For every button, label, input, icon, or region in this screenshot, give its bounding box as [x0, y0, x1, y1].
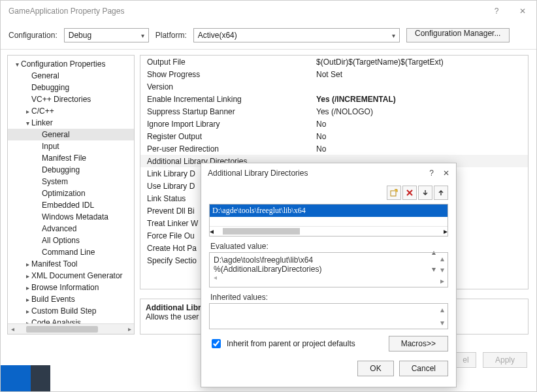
tree-node[interactable]: ▸Manifest Tool: [8, 258, 134, 270]
chevron-right-icon[interactable]: ▸: [24, 284, 31, 291]
scroll-right-icon[interactable]: ▸: [444, 227, 448, 236]
chevron-right-icon[interactable]: ▸: [24, 108, 31, 115]
property-row[interactable]: Output File$(OutDir)$(TargetName)$(Targe…: [140, 56, 528, 68]
dialog-help-icon[interactable]: ?: [429, 169, 434, 178]
tree-node-label: Manifest Tool: [31, 259, 77, 269]
tree-node[interactable]: VC++ Directories: [8, 93, 134, 105]
tree-node[interactable]: ▸Browse Information: [8, 282, 134, 293]
property-name: Output File: [140, 57, 314, 67]
ok-button-label: OK: [370, 364, 381, 373]
property-row[interactable]: Ignore Import LibraryNo: [140, 118, 528, 130]
ok-button-fragment[interactable]: el: [455, 352, 476, 368]
tree-node[interactable]: Debugging: [8, 82, 134, 93]
platform-dropdown[interactable]: Active(x64) ▾: [193, 28, 400, 42]
nav-tree[interactable]: ▾Configuration PropertiesGeneralDebuggin…: [7, 55, 135, 335]
vertical-scrollbar[interactable]: ▴▾: [438, 305, 446, 327]
property-value[interactable]: $(OutDir)$(TargetName)$(TargetExt): [314, 57, 528, 67]
ok-button[interactable]: OK: [357, 361, 393, 376]
tree-node[interactable]: Debugging: [8, 164, 134, 176]
chevron-right-icon[interactable]: ▸: [24, 308, 31, 315]
apply-button-label: Apply: [495, 355, 515, 365]
tree-node[interactable]: ▾Configuration Properties: [8, 58, 134, 70]
tree-node-label: System: [42, 177, 68, 186]
property-value[interactable]: Yes (/INCREMENTAL): [314, 95, 528, 104]
property-value[interactable]: No: [314, 144, 528, 154]
property-value[interactable]: Yes (/NOLOGO): [314, 107, 528, 116]
tree-node-label: Windows Metadata: [42, 212, 108, 221]
tree-node-label: Input: [42, 142, 59, 151]
chevron-down-icon[interactable]: ▾: [24, 120, 31, 127]
tree-node-label: Embedded IDL: [42, 201, 94, 210]
property-pages-window: GameApplication Property Pages ? ✕ Confi…: [0, 0, 537, 392]
configuration-manager-button[interactable]: Configuration Manager...: [406, 28, 510, 42]
tree-node[interactable]: Embedded IDL: [8, 199, 134, 211]
tree-node[interactable]: General: [8, 129, 134, 140]
scroll-thumb[interactable]: [223, 228, 300, 235]
tree-node[interactable]: ▸XML Document Generator: [8, 270, 134, 282]
inherited-label: Inherited values:: [210, 293, 447, 302]
tree-node[interactable]: ▸Custom Build Step: [8, 305, 134, 317]
inherit-row: Inherit from parent or project defaults …: [209, 336, 448, 351]
titlebar: GameApplication Property Pages ? ✕: [1, 1, 536, 22]
macros-button[interactable]: Macros>>: [389, 336, 448, 351]
tree-node[interactable]: ▸C/C++: [8, 105, 134, 117]
chevron-right-icon[interactable]: ▸: [24, 296, 31, 303]
tree-node[interactable]: Input: [8, 140, 134, 152]
tree-node-label: Debugging: [31, 83, 69, 92]
close-icon[interactable]: ✕: [515, 7, 530, 16]
property-value[interactable]: Not Set: [314, 70, 528, 79]
property-name: Show Progress: [140, 70, 314, 79]
property-value[interactable]: No: [314, 120, 528, 129]
property-row[interactable]: Suppress Startup BannerYes (/NOLOGO): [140, 105, 528, 118]
move-down-icon[interactable]: [418, 186, 432, 200]
property-name: Enable Incremental Linking: [140, 95, 314, 104]
delete-icon[interactable]: [402, 186, 417, 200]
taskbar-fragment: [1, 365, 31, 391]
apply-button[interactable]: Apply: [483, 352, 527, 368]
tree-node-label: Command Line: [42, 248, 95, 257]
property-row[interactable]: Per-user RedirectionNo: [140, 142, 528, 155]
dialog-close-icon[interactable]: ✕: [443, 169, 449, 178]
help-icon[interactable]: ?: [489, 7, 504, 16]
new-line-icon[interactable]: [387, 186, 401, 200]
scroll-thumb[interactable]: [26, 326, 98, 333]
scroll-left-icon[interactable]: ◂: [210, 227, 214, 236]
tree-node[interactable]: Windows Metadata: [8, 211, 134, 223]
dialog-titlebar: Additional Library Directories ? ✕: [201, 163, 456, 183]
vertical-scrollbar[interactable]: ▴▾▸: [438, 254, 446, 286]
tree-node[interactable]: General: [8, 70, 134, 82]
property-row[interactable]: Show ProgressNot Set: [140, 68, 528, 80]
chevron-right-icon[interactable]: ▸: [24, 261, 31, 268]
tree-node[interactable]: Optimization: [8, 188, 134, 199]
scroll-left-icon[interactable]: ◂: [8, 325, 17, 333]
tree-scrollbar[interactable]: ◂ ▸: [8, 323, 134, 334]
eval-scroll-left: ◂: [214, 274, 444, 281]
chevron-right-icon[interactable]: ▸: [24, 272, 31, 280]
paths-listbox[interactable]: D:\agde\tools\freeglut\lib\x64 ◂▸ ▴▾: [209, 204, 448, 237]
tree-node-label: Configuration Properties: [21, 59, 105, 69]
tree-node[interactable]: Manifest File: [8, 152, 134, 164]
tree-node-label: Custom Build Step: [31, 306, 96, 316]
inherit-checkbox[interactable]: [212, 339, 221, 348]
inherit-checkbox-label: Inherit from parent or project defaults: [227, 339, 355, 348]
tree-node-label: XML Document Generator: [31, 271, 123, 280]
tree-node[interactable]: System: [8, 176, 134, 188]
tree-node[interactable]: Advanced: [8, 223, 134, 235]
property-row[interactable]: Version: [140, 80, 528, 93]
tree-node[interactable]: All Options: [8, 235, 134, 246]
move-up-icon[interactable]: [434, 186, 448, 200]
chevron-down-icon[interactable]: ▾: [13, 61, 21, 68]
dialog-footer: OK Cancel: [201, 351, 456, 376]
scroll-right-icon[interactable]: ▸: [125, 325, 134, 333]
tree-node[interactable]: Command Line: [8, 246, 134, 258]
configuration-dropdown[interactable]: Debug ▾: [64, 28, 149, 42]
taskbar-fragment-dark: [31, 365, 50, 391]
tree-node[interactable]: ▾Linker: [8, 117, 134, 129]
tree-node[interactable]: ▸Build Events: [8, 293, 134, 305]
property-value[interactable]: No: [314, 132, 528, 141]
path-entry-selected[interactable]: D:\agde\tools\freeglut\lib\x64: [210, 204, 448, 217]
cancel-button[interactable]: Cancel: [399, 361, 448, 376]
inherited-values-box: ▴▾: [209, 303, 448, 329]
property-row[interactable]: Enable Incremental LinkingYes (/INCREMEN…: [140, 93, 528, 105]
property-row[interactable]: Register OutputNo: [140, 130, 528, 142]
